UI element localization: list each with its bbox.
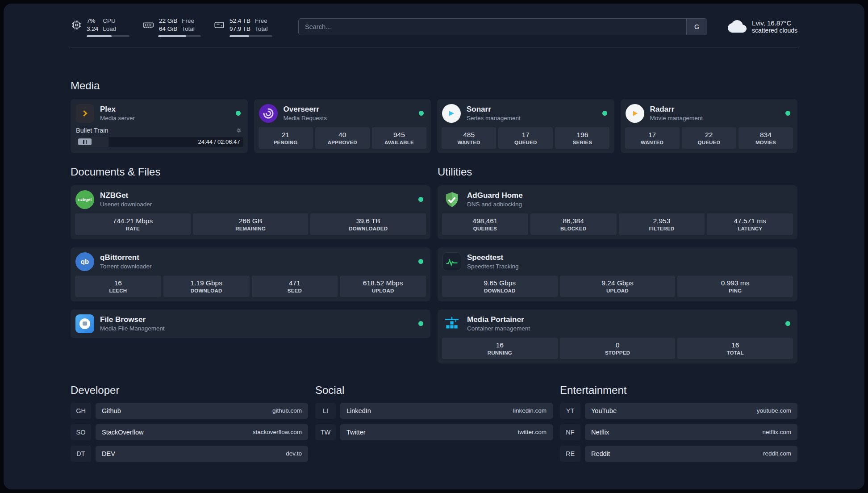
settings-gear-icon[interactable] bbox=[235, 127, 242, 134]
service-card-adguard[interactable]: AdGuard Home DNS and adblocking 498,461 … bbox=[438, 185, 797, 239]
bookmark-name: Twitter bbox=[346, 429, 366, 436]
bookmark-name: DEV bbox=[102, 450, 115, 457]
stat-queries: 498,461 QUERIES bbox=[442, 213, 528, 235]
stat-value: 266 GB bbox=[239, 217, 263, 225]
service-subtitle: DNS and adblocking bbox=[467, 201, 523, 208]
search-provider-button[interactable]: G bbox=[686, 19, 707, 35]
stat-value: 1.19 Gbps bbox=[190, 279, 222, 287]
bookmark-twitter[interactable]: TW Twitter twitter.com bbox=[315, 424, 553, 440]
free-label: Free bbox=[255, 17, 268, 25]
stat-label: MOVIES bbox=[755, 140, 776, 145]
stat-value: 17 bbox=[648, 131, 656, 139]
bookmark-domain: linkedin.com bbox=[513, 407, 547, 414]
stat-label: PING bbox=[729, 288, 742, 293]
total-label: Total bbox=[255, 25, 268, 33]
qbittorrent-icon: qb bbox=[75, 252, 95, 272]
bookmark-group-developer: Developer GH Github github.com SO StackO… bbox=[71, 384, 308, 462]
card-header: Speedtest Speedtest Tracking bbox=[442, 252, 793, 272]
disk-total-value: 97.9 TB bbox=[230, 25, 250, 33]
service-titles: Speedtest Speedtest Tracking bbox=[467, 253, 519, 270]
stat-upload: 618.52 Mbps UPLOAD bbox=[340, 276, 426, 297]
memory-monitor: 22 GiB 64 GiB Free Total bbox=[142, 17, 201, 37]
service-subtitle: Speedtest Tracking bbox=[467, 263, 519, 270]
service-card-filebrowser[interactable]: File Browser Media File Management bbox=[71, 309, 430, 338]
pause-button[interactable] bbox=[78, 138, 92, 145]
stat-label: DOWNLOADED bbox=[349, 226, 388, 231]
playback-progress-bar[interactable]: 24:44 / 02:06:47 bbox=[75, 137, 243, 147]
stat-series: 196 SERIES bbox=[555, 127, 609, 149]
lower-sections: Documents & Files nzbget NZBGet Usenet d… bbox=[71, 166, 797, 363]
stat-total: 16 TOTAL bbox=[677, 338, 793, 359]
stat-value: 471 bbox=[289, 279, 300, 287]
bookmark-youtube[interactable]: YT YouTube youtube.com bbox=[560, 403, 797, 419]
bookmark-name: LinkedIn bbox=[346, 407, 371, 414]
service-titles: Sonarr Series management bbox=[467, 105, 521, 121]
status-online-dot bbox=[236, 111, 241, 116]
card-header: qb qBittorrent Torrent downloader bbox=[75, 252, 426, 272]
bookmark-linkedin[interactable]: LI LinkedIn linkedin.com bbox=[315, 403, 553, 419]
stat-value: 0.993 ms bbox=[721, 279, 750, 287]
service-card-overseerr[interactable]: Overseerr Media Requests 21 PENDING 40 A… bbox=[254, 99, 431, 153]
bookmark-domain: dev.to bbox=[286, 450, 302, 457]
service-card-sonarr[interactable]: Sonarr Series management 485 WANTED 17 Q… bbox=[437, 99, 614, 153]
search-input[interactable] bbox=[299, 19, 686, 35]
now-playing-row: Bullet Train bbox=[75, 127, 243, 134]
bookmark-abbr: YT bbox=[560, 403, 580, 419]
stat-value: 485 bbox=[463, 131, 475, 139]
service-name: Sonarr bbox=[467, 105, 521, 114]
card-header: Radarr Movie management bbox=[625, 104, 793, 123]
disk-labels: Free Total bbox=[255, 17, 268, 33]
stat-label: STOPPED bbox=[605, 350, 630, 355]
service-card-speedtest[interactable]: Speedtest Speedtest Tracking 9.65 Gbps D… bbox=[438, 247, 797, 301]
bookmark-name: Github bbox=[102, 407, 121, 414]
now-playing-title: Bullet Train bbox=[76, 127, 108, 134]
service-name: Radarr bbox=[650, 105, 703, 114]
bookmark-domain: netflix.com bbox=[762, 429, 791, 435]
service-titles: Radarr Movie management bbox=[650, 105, 703, 121]
service-subtitle: Movie management bbox=[650, 115, 703, 121]
service-card-portainer[interactable]: Media Portainer Container management 16 … bbox=[438, 309, 797, 363]
stat-download: 1.19 Gbps DOWNLOAD bbox=[163, 276, 250, 297]
stat-label: RATE bbox=[126, 226, 140, 231]
stats-row: 17 WANTED 22 QUEUED 834 MOVIES bbox=[625, 127, 793, 149]
bookmark-github[interactable]: GH Github github.com bbox=[71, 403, 308, 419]
cpu-labels: CPU Load bbox=[103, 17, 116, 33]
stat-label: PENDING bbox=[274, 140, 298, 145]
overseerr-icon bbox=[259, 104, 278, 123]
stat-movies: 834 MOVIES bbox=[739, 127, 793, 149]
stat-label: WANTED bbox=[641, 140, 664, 145]
stats-row: 9.65 Gbps DOWNLOAD 9.24 Gbps UPLOAD 0.99… bbox=[442, 276, 793, 297]
service-card-qbittorrent[interactable]: qb qBittorrent Torrent downloader 16 bbox=[71, 247, 430, 301]
playback-time: 24:44 / 02:06:47 bbox=[198, 138, 240, 145]
filebrowser-icon bbox=[75, 314, 95, 334]
service-card-radarr[interactable]: Radarr Movie management 17 WANTED 22 QUE… bbox=[621, 99, 798, 153]
disk-free-value: 52.4 TB bbox=[230, 17, 250, 25]
bookmark-list: LI LinkedIn linkedin.com TW Twitter twit… bbox=[315, 403, 553, 440]
free-label: Free bbox=[182, 17, 195, 25]
stats-row: 744.21 Mbps RATE 266 GB REMAINING 39.6 T… bbox=[75, 213, 426, 235]
service-name: NZBGet bbox=[100, 191, 152, 200]
documents-card-stack: nzbget NZBGet Usenet downloader 744.21 M… bbox=[71, 185, 430, 338]
service-card-nzbget[interactable]: nzbget NZBGet Usenet downloader 744.21 M… bbox=[71, 185, 430, 239]
cpu-chip-icon bbox=[71, 19, 82, 31]
weather-location: Lviv, 16.87°C bbox=[752, 19, 797, 27]
bookmark-row: StackOverflow stackoverflow.com bbox=[96, 424, 308, 440]
bookmark-netflix[interactable]: NF Netflix netflix.com bbox=[560, 424, 797, 440]
bookmark-reddit[interactable]: RE Reddit reddit.com bbox=[560, 446, 797, 462]
stat-value: 498,461 bbox=[472, 217, 497, 225]
service-name: Media Portainer bbox=[467, 315, 530, 324]
stat-label: QUEUED bbox=[514, 140, 537, 145]
status-online-dot bbox=[419, 111, 424, 116]
status-online-dot bbox=[418, 321, 423, 326]
weather-widget[interactable]: Lviv, 16.87°C scattered clouds bbox=[728, 17, 797, 36]
card-header: nzbget NZBGet Usenet downloader bbox=[75, 190, 426, 209]
service-subtitle: Media File Management bbox=[100, 325, 165, 332]
service-name: File Browser bbox=[100, 315, 165, 324]
stats-row: 16 LEECH 1.19 Gbps DOWNLOAD 471 SEED bbox=[75, 276, 426, 297]
weather-condition: scattered clouds bbox=[752, 27, 797, 34]
bookmark-dev[interactable]: DT DEV dev.to bbox=[71, 446, 308, 462]
service-card-plex[interactable]: Plex Media server Bullet Train bbox=[71, 99, 248, 153]
nzbget-icon: nzbget bbox=[75, 190, 95, 209]
bookmark-domain: github.com bbox=[272, 407, 302, 414]
bookmark-stackoverflow[interactable]: SO StackOverflow stackoverflow.com bbox=[71, 424, 308, 440]
